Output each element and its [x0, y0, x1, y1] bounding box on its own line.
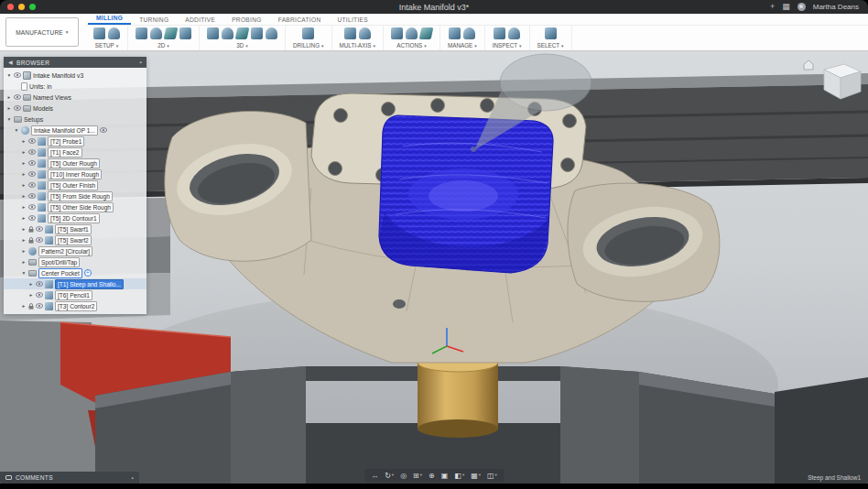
expand-arrow-icon[interactable]: ▸ [21, 182, 27, 188]
steep-and-shallow-icon[interactable] [266, 27, 277, 39]
face-icon[interactable] [136, 27, 147, 39]
browser-item-label[interactable]: Center Pocket [38, 268, 82, 278]
visibility-eye-icon[interactable] [28, 215, 36, 221]
toolpath-region[interactable] [379, 115, 553, 273]
multi-axis-contour-icon[interactable] [359, 27, 371, 39]
browser-row[interactable]: ▸Spot/Drill/Tap [4, 256, 146, 267]
browser-item-label[interactable]: [T6] Pencil1 [55, 290, 92, 300]
add-operation-icon[interactable]: + [84, 269, 92, 277]
adaptive-clearing-icon[interactable] [207, 27, 219, 39]
browser-row[interactable]: Units: in [4, 81, 146, 92]
section-analysis-icon[interactable] [508, 27, 520, 39]
browser-item-label[interactable]: Intake Manifold v3 [33, 72, 83, 79]
browser-item-label[interactable]: [T5] Outer Finish [48, 180, 98, 190]
fit-icon[interactable]: ▣ [441, 473, 449, 480]
display-settings-icon[interactable]: ◧▾ [454, 473, 464, 480]
stock-icon[interactable] [108, 27, 120, 39]
browser-item-label[interactable]: Models [33, 105, 53, 112]
group-label-select[interactable]: SELECT▾ [537, 42, 564, 49]
expand-arrow-icon[interactable]: ▸ [28, 281, 34, 287]
browser-row[interactable]: ▸[T5] Outer Rough [4, 158, 146, 168]
visibility-eye-icon[interactable] [14, 105, 21, 111]
collapse-browser-icon[interactable]: ◀ [8, 60, 13, 65]
riser-cylinder[interactable] [418, 353, 498, 438]
browser-row[interactable]: ▾Intake Manifold OP 1... [4, 125, 146, 136]
expand-arrow-icon[interactable]: ▸ [6, 105, 12, 111]
tab-milling[interactable]: MILLING [88, 15, 131, 25]
browser-item-label[interactable]: Intake Manifold OP 1... [31, 125, 98, 136]
browser-item-label[interactable]: Spot/Drill/Tap [38, 257, 80, 267]
orbit-icon[interactable]: ↻▾ [385, 473, 394, 480]
browser-item-label[interactable]: Units: in [29, 83, 52, 90]
tab-utilities[interactable]: UTILITIES [329, 16, 375, 25]
expand-arrow-icon[interactable]: ▸ [28, 292, 34, 298]
visibility-eye-icon[interactable] [28, 171, 36, 177]
browser-row[interactable]: ▸[T5] From Side Rough [4, 190, 146, 201]
plus-icon[interactable]: + [770, 3, 775, 11]
2d-contour-icon[interactable] [164, 27, 179, 39]
browser-row[interactable]: ▸[T3] Contour2 [4, 300, 146, 311]
browser-header[interactable]: ◀ BROWSER ▪ [4, 57, 146, 68]
browser-row[interactable]: ▸[T1] Steep and Shallo... [4, 278, 146, 289]
browser-row[interactable]: ▸[T1] Face2 [4, 147, 146, 158]
browser-row[interactable]: ▸Named Views [4, 92, 146, 103]
browser-row[interactable]: ▸[T5] Other Side Rough [4, 201, 146, 212]
browser-item-label[interactable]: [T1] Steep and Shallo... [55, 279, 124, 289]
browser-item-label[interactable]: [T3] Contour2 [55, 301, 97, 311]
visibility-eye-icon[interactable] [28, 204, 36, 210]
visibility-eye-icon[interactable] [36, 281, 43, 287]
grid-settings-icon[interactable]: ▦▾ [471, 473, 481, 480]
expand-arrow-icon[interactable]: ▸ [21, 215, 27, 221]
expand-arrow-icon[interactable]: ▸ [21, 160, 27, 166]
visibility-eye-icon[interactable] [28, 160, 36, 166]
viewports-icon[interactable]: ◫▾ [487, 473, 497, 480]
browser-item-label[interactable]: Named Views [33, 94, 71, 101]
close-button[interactable] [7, 4, 14, 10]
browser-row[interactable]: ▾Intake Manifold v3 [4, 70, 146, 81]
expand-arrow-icon[interactable]: ▸ [6, 94, 12, 100]
group-label-manage[interactable]: MANAGE▾ [448, 42, 477, 49]
tab-probing[interactable]: PROBING [223, 16, 270, 25]
tab-fabrication[interactable]: FABRICATION [270, 16, 330, 25]
pin-icon[interactable]: ▪ [132, 475, 134, 481]
visibility-eye-icon[interactable] [28, 182, 36, 188]
expand-arrow-icon[interactable]: ▸ [21, 303, 27, 309]
comments-bar[interactable]: COMMENTS ▪ [0, 472, 139, 484]
browser-row[interactable]: ▸[T5] Swarf2 [4, 234, 146, 245]
browser-row[interactable]: ▸[T5] 2D Contour1 [4, 212, 146, 223]
tab-additive[interactable]: ADDITIVE [177, 16, 223, 25]
look-at-icon[interactable]: ◎ [400, 473, 407, 480]
browser-item-label[interactable]: [T5] From Side Rough [48, 191, 113, 201]
post-process-icon[interactable] [406, 27, 418, 39]
expand-arrow-icon[interactable]: ▸ [21, 193, 27, 199]
visibility-eye-icon[interactable] [36, 292, 43, 298]
visibility-eye-icon[interactable] [28, 149, 36, 155]
expand-arrow-icon[interactable]: ▸ [21, 204, 27, 210]
group-label-3d[interactable]: 3D▾ [236, 42, 248, 49]
browser-item-label[interactable]: [T2] Probe1 [48, 136, 84, 147]
browser-row[interactable]: ▸[T10] Inner Rough [4, 168, 146, 179]
browser-item-label[interactable]: [T5] Outer Rough [48, 158, 100, 168]
browser-item-label[interactable]: [T10] Inner Rough [48, 169, 102, 179]
scallop-icon[interactable] [251, 27, 263, 39]
slot-icon[interactable] [179, 27, 191, 39]
zoom-window-icon[interactable]: ⊞▾ [413, 473, 422, 480]
expand-arrow-icon[interactable]: ▾ [6, 72, 12, 78]
expand-arrow-icon[interactable]: ▸ [21, 149, 27, 155]
tab-turning[interactable]: TURNING [131, 16, 177, 25]
select-icon[interactable] [545, 27, 557, 39]
apps-grid-icon[interactable]: ▦ [782, 3, 790, 11]
group-label-drilling[interactable]: DRILLING▾ [293, 42, 324, 49]
browser-row[interactable]: ▸[T5] Swarf1 [4, 223, 146, 234]
visibility-eye-icon[interactable] [14, 72, 21, 78]
browser-row[interactable]: ▸Pattern2 [Circular] [4, 245, 146, 256]
browser-item-label[interactable]: Pattern2 [Circular] [38, 246, 92, 256]
task-manager-icon[interactable] [463, 27, 475, 39]
expand-arrow-icon[interactable]: ▸ [21, 138, 27, 144]
expand-arrow-icon[interactable]: ▾ [14, 127, 19, 133]
parallel-icon[interactable] [235, 27, 250, 39]
browser-row[interactable]: ▸Models [4, 103, 146, 114]
browser-row[interactable]: ▾Setups [4, 114, 146, 125]
visibility-eye-icon[interactable] [28, 193, 36, 199]
user-name[interactable]: Martha Deans [813, 3, 859, 11]
